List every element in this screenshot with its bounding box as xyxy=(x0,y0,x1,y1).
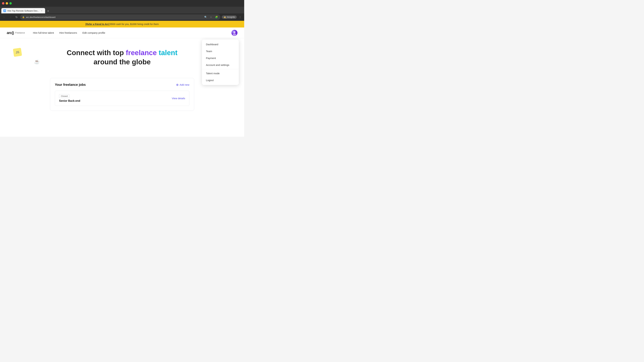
incognito-label: Incognito xyxy=(227,16,235,18)
browser-chrome: JS Hire Top Remote Software Dev... × + ←… xyxy=(0,0,244,21)
new-tab-btn[interactable]: + xyxy=(46,9,50,13)
main-nav: arc() Freelance Hire full-time talent Hi… xyxy=(0,27,244,38)
job-item: Closed Senior Back-end View details xyxy=(55,91,189,106)
jobs-section-title: Your freelance jobs xyxy=(55,83,86,87)
hero-line2: around the globe xyxy=(94,58,151,66)
maximize-window-btn[interactable] xyxy=(10,2,12,4)
dropdown-divider xyxy=(202,69,239,69)
back-icon: ← xyxy=(3,15,6,18)
logo-badge: Freelance xyxy=(15,31,25,34)
nav-link-hire-freelancers[interactable]: Hire freelancers xyxy=(59,31,77,34)
jobs-header: Your freelance jobs ⊕ Add new xyxy=(55,83,189,87)
nav-link-hire-fulltime[interactable]: Hire full-time talent xyxy=(33,31,54,34)
incognito-badge[interactable]: 🕵️ Incognito xyxy=(222,15,237,19)
forward-btn[interactable]: → xyxy=(8,15,13,19)
add-icon: ⊕ xyxy=(176,83,178,87)
tab-bar: JS Hire Top Remote Software Dev... × + xyxy=(0,7,244,13)
java-floating-icon: ☕ xyxy=(33,58,40,65)
tab-title: Hire Top Remote Software Dev... xyxy=(8,9,39,12)
logo-text: arc() xyxy=(7,31,14,35)
menu-btn[interactable]: ⋮ xyxy=(238,15,242,19)
promo-banner: [Refer a friend to Arc] $500 cash for yo… xyxy=(0,21,244,27)
search-icon[interactable]: 🔍 xyxy=(204,15,208,19)
job-status-badge: Closed xyxy=(59,94,70,98)
dropdown-item-payment[interactable]: Payment xyxy=(202,55,239,61)
title-bar xyxy=(0,0,244,7)
window-controls xyxy=(2,2,12,4)
svg-point-1 xyxy=(234,31,236,33)
nav-link-edit-company[interactable]: Edit company profile xyxy=(82,31,105,34)
svg-point-2 xyxy=(233,33,236,36)
logo-area[interactable]: arc() Freelance xyxy=(7,31,25,35)
avatar-image xyxy=(232,30,238,36)
address-bar-row: ← → ↻ 🔒 arc.dev/freelancers/dashboard 🔍 … xyxy=(0,13,244,21)
dropdown-item-logout[interactable]: Logout xyxy=(202,77,239,84)
dropdown-item-talent-mode[interactable]: Talent mode xyxy=(202,70,239,77)
job-name: Senior Back-end xyxy=(59,99,80,102)
reload-icon: ↻ xyxy=(16,15,18,19)
hero-word-freelance: freelance xyxy=(126,49,157,57)
tab-close-btn[interactable]: × xyxy=(40,9,43,12)
minimize-window-btn[interactable] xyxy=(6,2,8,4)
add-new-label: Add new xyxy=(180,83,189,86)
nav-links: Hire full-time talent Hire freelancers E… xyxy=(33,31,105,34)
nav-left: arc() Freelance Hire full-time talent Hi… xyxy=(7,31,105,35)
jobs-section: Your freelance jobs ⊕ Add new Closed Sen… xyxy=(46,78,198,111)
hero-word-talent: talent xyxy=(159,49,178,57)
address-bar[interactable]: 🔒 arc.dev/freelancers/dashboard 🔍 ☆ 🧩 xyxy=(20,14,220,20)
banner-message: $500 cash for you, $1000 hiring credit f… xyxy=(110,23,159,25)
js-floating-icon: JS xyxy=(13,48,22,57)
jobs-card: Your freelance jobs ⊕ Add new Closed Sen… xyxy=(50,78,194,111)
active-tab[interactable]: JS Hire Top Remote Software Dev... × xyxy=(1,8,45,13)
back-btn[interactable]: ← xyxy=(2,15,7,19)
tab-favicon-icon: JS xyxy=(3,9,6,12)
forward-icon: → xyxy=(9,15,12,18)
dropdown-item-dashboard[interactable]: Dashboard xyxy=(202,41,239,48)
address-icons: 🔍 ☆ 🧩 xyxy=(204,15,218,19)
extensions-icon[interactable]: 🧩 xyxy=(214,15,218,19)
dropdown-item-team[interactable]: Team xyxy=(202,48,239,55)
address-url: arc.dev/freelancers/dashboard xyxy=(26,16,202,18)
lock-icon: 🔒 xyxy=(22,16,25,18)
dropdown-item-account-settings[interactable]: Account and settings xyxy=(202,61,239,68)
hero-line1-prefix: Connect with top xyxy=(67,49,126,57)
add-new-btn[interactable]: ⊕ Add new xyxy=(176,83,189,87)
user-dropdown-menu: Dashboard Team Payment Account and setti… xyxy=(202,39,239,85)
bookmark-icon[interactable]: ☆ xyxy=(209,15,213,19)
incognito-icon: 🕵️ xyxy=(224,16,226,18)
nav-right xyxy=(232,30,238,36)
page-wrapper: [Refer a friend to Arc] $500 cash for yo… xyxy=(0,21,244,137)
reload-btn[interactable]: ↻ xyxy=(14,15,19,19)
job-left: Closed Senior Back-end xyxy=(59,94,80,102)
refer-link[interactable]: [Refer a friend to Arc] xyxy=(86,23,110,25)
avatar[interactable] xyxy=(232,30,238,36)
view-details-btn[interactable]: View details xyxy=(172,97,185,100)
close-window-btn[interactable] xyxy=(2,2,4,4)
